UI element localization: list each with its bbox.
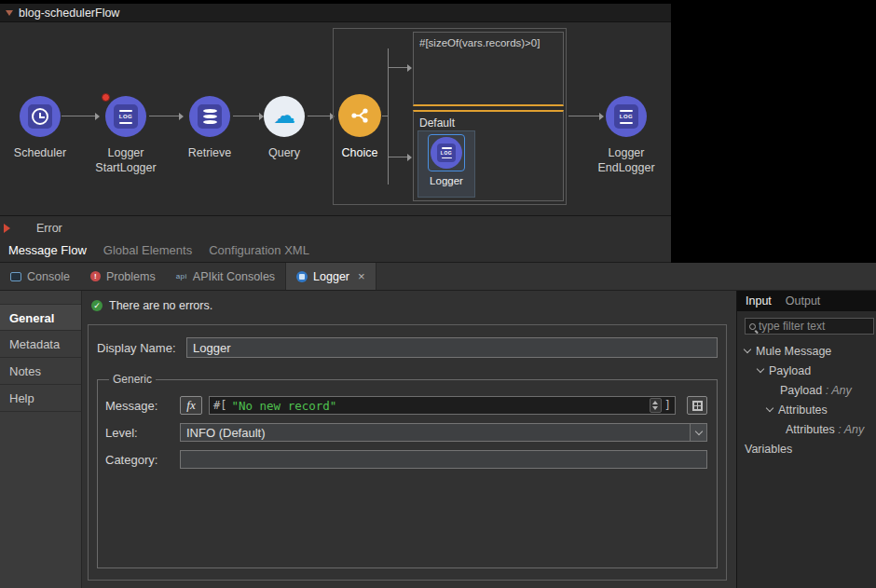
- message-value[interactable]: "No new record": [226, 399, 649, 413]
- properties-panel: ✓ There are no errors. Display Name: Gen…: [82, 291, 736, 588]
- flow-title: blog-schedulerFlow: [19, 7, 119, 20]
- tab-console[interactable]: Console: [0, 263, 80, 290]
- choice-node-circle[interactable]: [338, 94, 381, 137]
- tree-item-mule-message[interactable]: Mule Message: [737, 341, 876, 361]
- node-label: Logger: [108, 145, 144, 160]
- collapse-triangle-icon[interactable]: [6, 10, 13, 16]
- logger-icon: LOG: [114, 104, 138, 129]
- expression-prefix: #[: [213, 399, 226, 412]
- node-label: Scheduler: [14, 145, 66, 160]
- display-name-input[interactable]: [186, 337, 718, 358]
- tab-label: Console: [27, 270, 70, 283]
- logger-node-circle[interactable]: LOG: [105, 96, 146, 137]
- tree-label: Mule Message: [756, 345, 831, 358]
- retrieve-node-circle[interactable]: [189, 96, 230, 137]
- tab-logger[interactable]: Logger ×: [285, 263, 376, 290]
- level-value: INFO (Default): [181, 426, 690, 440]
- spinner-up-icon[interactable]: [652, 401, 658, 404]
- tree-item-attributes[interactable]: Attributes: [737, 400, 876, 419]
- console-icon: [10, 272, 21, 281]
- default-branch-label: Default: [419, 116, 455, 130]
- node-scheduler[interactable]: Scheduler: [0, 96, 82, 160]
- properties-form: Display Name: Generic Message: fx #[ "No…: [88, 324, 727, 581]
- level-row: Level: INFO (Default): [105, 423, 707, 442]
- database-icon: [203, 109, 217, 124]
- node-choice[interactable]: Choice: [318, 94, 402, 160]
- error-row: Error: [0, 220, 671, 237]
- query-node-circle[interactable]: ☁: [264, 96, 305, 137]
- node-label: Query: [268, 145, 300, 160]
- dataweave-editor-button[interactable]: [687, 396, 707, 415]
- message-expression-field[interactable]: #[ "No new record" ]: [209, 396, 676, 415]
- spinner-control[interactable]: [650, 398, 662, 413]
- tab-input[interactable]: Input: [746, 294, 772, 308]
- tree-label: Payload: [780, 384, 822, 397]
- tab-label: Logger: [313, 270, 349, 283]
- tab-global-elements[interactable]: Global Elements: [95, 243, 200, 257]
- tab-message-flow[interactable]: Message Flow: [0, 243, 95, 257]
- node-label: Logger: [430, 175, 463, 186]
- display-name-row: Display Name:: [97, 337, 718, 358]
- flow-title-bar[interactable]: blog-schedulerFlow: [0, 4, 671, 22]
- flow-canvas[interactable]: blog-schedulerFlow #[sizeOf(vars.records…: [0, 4, 671, 216]
- node-label: Choice: [342, 145, 378, 160]
- tab-output[interactable]: Output: [786, 294, 821, 308]
- error-marker-icon: [4, 224, 10, 233]
- sidebar-item-help[interactable]: Help: [0, 385, 81, 412]
- search-icon: [749, 323, 756, 330]
- console-tab-bar: Console ! Problems api APIkit Consoles L…: [0, 263, 876, 291]
- tree-label: Variables: [745, 443, 792, 456]
- node-query[interactable]: ☁ Query: [242, 96, 326, 160]
- category-input[interactable]: [180, 450, 707, 469]
- tab-label: Problems: [106, 270, 156, 283]
- node-label: Logger: [609, 145, 645, 160]
- tree-item-payload[interactable]: Payload: [737, 361, 876, 380]
- dropdown-arrow-button[interactable]: [690, 424, 706, 441]
- logger-icon: LOG: [614, 104, 638, 129]
- filter-input[interactable]: [759, 320, 869, 333]
- grid-icon: [692, 401, 703, 411]
- tab-configuration-xml[interactable]: Configuration XML: [200, 243, 318, 257]
- node-default-logger[interactable]: LOG Logger: [417, 130, 475, 198]
- choice-condition-text: #[sizeOf(vars.records)>0]: [419, 37, 540, 48]
- filter-box[interactable]: [745, 318, 874, 335]
- sidebar-item-notes[interactable]: Notes: [0, 358, 81, 385]
- editor-tab-bar: Message Flow Global Elements Configurati…: [0, 239, 671, 263]
- logger-node-circle[interactable]: LOG: [431, 137, 462, 169]
- chevron-down-icon[interactable]: [744, 346, 751, 353]
- sidebar-item-metadata[interactable]: Metadata: [0, 331, 81, 358]
- chevron-down-icon[interactable]: [766, 404, 773, 412]
- tab-problems[interactable]: ! Problems: [80, 263, 166, 290]
- message-label: Message:: [105, 399, 180, 413]
- generic-group-label: Generic: [109, 373, 156, 386]
- clock-icon: [32, 108, 48, 125]
- expression-fx-button[interactable]: fx: [180, 396, 202, 415]
- spinner-down-icon[interactable]: [652, 406, 658, 410]
- anypoint-studio-window: blog-schedulerFlow #[sizeOf(vars.records…: [0, 0, 876, 588]
- node-retrieve[interactable]: Retrieve: [168, 96, 252, 160]
- node-end-logger[interactable]: LOG Logger EndLogger: [584, 96, 668, 175]
- category-row: Category:: [105, 450, 707, 469]
- datasense-tab-bar: Input Output: [737, 291, 876, 311]
- problems-icon: !: [90, 271, 101, 281]
- level-select[interactable]: INFO (Default): [180, 423, 707, 442]
- tree-item-attributes-type[interactable]: Attributes : Any: [737, 419, 876, 439]
- tree-item-variables[interactable]: Variables: [737, 439, 876, 458]
- tree-label: Attributes: [778, 403, 828, 417]
- tab-apikit-consoles[interactable]: api APIkit Consoles: [166, 263, 285, 290]
- selection-outline: LOG: [428, 134, 465, 171]
- tree-label: Attributes: [786, 423, 835, 436]
- choice-when-branch[interactable]: #[sizeOf(vars.records)>0]: [413, 32, 564, 106]
- logger-node-circle[interactable]: LOG: [606, 96, 647, 137]
- tree-item-payload-type[interactable]: Payload : Any: [737, 380, 876, 400]
- sidebar-item-general[interactable]: General: [0, 304, 81, 331]
- close-icon[interactable]: ×: [358, 269, 365, 283]
- chevron-down-icon: [694, 427, 702, 434]
- apikit-icon: api: [176, 272, 187, 280]
- scheduler-node-circle[interactable]: [20, 96, 61, 137]
- tree-label: Payload: [769, 364, 811, 377]
- chevron-down-icon[interactable]: [757, 365, 764, 373]
- node-label: Retrieve: [188, 145, 232, 160]
- node-sublabel: EndLogger: [597, 160, 654, 175]
- node-start-logger[interactable]: LOG Logger StartLogger: [84, 96, 168, 175]
